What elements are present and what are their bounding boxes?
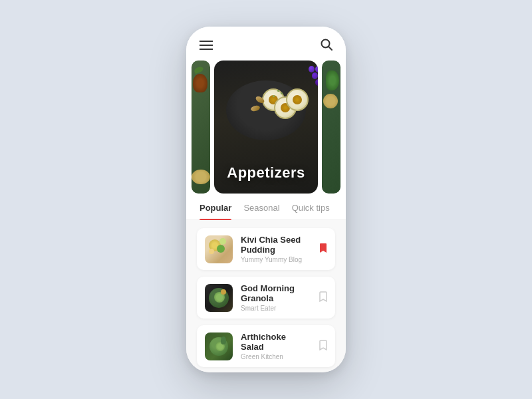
list-item[interactable]: God Morning Granola Smart Eater bbox=[197, 277, 335, 319]
recipe-title: God Morning Granola bbox=[241, 283, 311, 303]
bookmark-icon[interactable] bbox=[319, 243, 327, 255]
recipe-thumbnail bbox=[205, 235, 233, 263]
tab-bar: Popular Seasonal Quick tips bbox=[186, 194, 346, 220]
bookmark-icon[interactable] bbox=[319, 291, 327, 304]
search-icon[interactable] bbox=[321, 39, 332, 54]
recipe-info: God Morning Granola Smart Eater bbox=[241, 283, 311, 312]
bookmark-icon[interactable] bbox=[319, 340, 327, 352]
hero-label: Appetizers bbox=[214, 164, 318, 182]
recipe-source: Green Kitchen bbox=[241, 353, 311, 360]
svg-line-4 bbox=[329, 47, 332, 50]
recipe-source: Smart Eater bbox=[241, 305, 311, 312]
recipe-thumbnail bbox=[205, 284, 233, 312]
tab-seasonal[interactable]: Seasonal bbox=[243, 203, 279, 219]
recipe-info: Kivi Chia Seed Pudding Yummy Yummy Blog bbox=[241, 235, 311, 263]
tab-quick-tips[interactable]: Quick tips bbox=[292, 203, 330, 219]
hero-carousel: Appetizers bbox=[186, 61, 346, 194]
recipe-title: Kivi Chia Seed Pudding bbox=[241, 235, 311, 255]
tab-popular[interactable]: Popular bbox=[200, 203, 231, 219]
menu-icon[interactable] bbox=[200, 39, 213, 53]
list-item[interactable]: Arthichoke Salad Green Kitchen bbox=[197, 325, 335, 367]
recipe-thumbnail bbox=[205, 332, 233, 360]
recipe-title: Arthichoke Salad bbox=[241, 332, 311, 352]
recipe-source: Yummy Yummy Blog bbox=[241, 256, 311, 263]
recipe-info: Arthichoke Salad Green Kitchen bbox=[241, 332, 311, 360]
recipe-list: Kivi Chia Seed Pudding Yummy Yummy Blog … bbox=[186, 220, 346, 372]
phone-shell: Appetizers Popular Seasonal Quick tips K bbox=[186, 27, 346, 372]
app-header bbox=[186, 27, 346, 61]
list-item[interactable]: Kivi Chia Seed Pudding Yummy Yummy Blog bbox=[197, 228, 335, 270]
